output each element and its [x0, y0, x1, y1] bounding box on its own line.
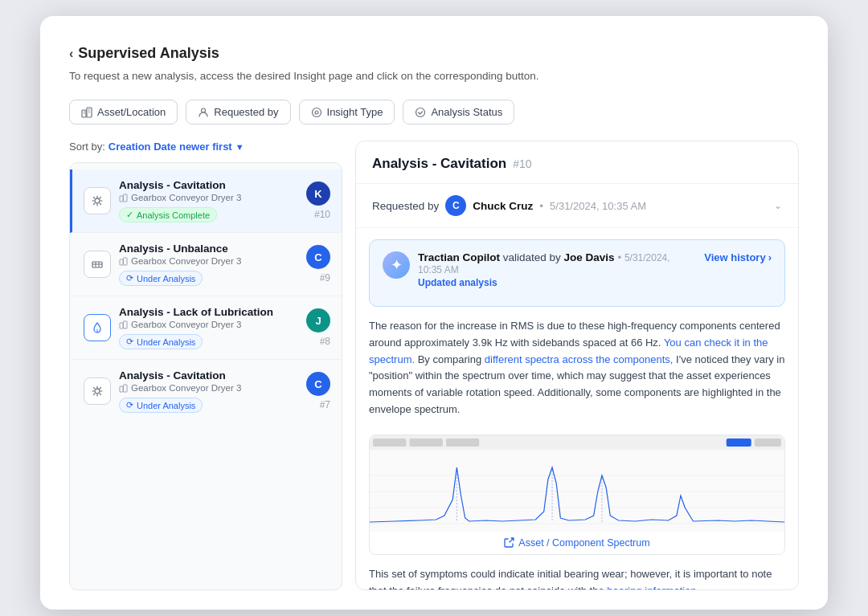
detail-header: Analysis - Cavitation #10 — [356, 141, 798, 184]
sort-by[interactable]: Creation Date newer first — [108, 141, 232, 153]
requested-by-bar: Requested by C Chuck Cruz • 5/31/2024, 1… — [356, 184, 798, 228]
external-link-icon — [504, 537, 514, 548]
item-content: Analysis - Cavitation Gearbox Conveyor D… — [119, 179, 298, 222]
copilot-icon: ✦ — [383, 251, 410, 279]
item-icon-lubrication — [84, 314, 111, 341]
bottom-text: This set of symptoms could indicate init… — [356, 563, 798, 589]
badge-under-analysis: ⟳ Under Analysis — [119, 271, 203, 286]
item-location: Gearbox Conveyor Dryer 3 — [119, 193, 298, 202]
svg-rect-30 — [446, 439, 479, 447]
bearing-info-link[interactable]: bearing information — [607, 585, 696, 589]
item-number: #8 — [320, 336, 330, 347]
copilot-name-line: Tractian Copilot validated by Joe Davis … — [418, 251, 696, 275]
svg-rect-32 — [755, 439, 781, 447]
filter-asset-location[interactable]: Asset/Location — [69, 100, 178, 124]
svg-point-7 — [202, 108, 206, 112]
request-date: 5/31/2024, 10:35 AM — [550, 200, 646, 212]
item-content: Analysis - Cavitation Gearbox Conveyor D… — [119, 369, 298, 413]
svg-rect-24 — [120, 386, 123, 392]
copilot-header: ✦ Tractian Copilot validated by Joe Davi… — [383, 251, 772, 288]
filter-bar: Asset/Location Requested by Insight Type… — [69, 100, 799, 124]
copilot-name: Tractian Copilot — [418, 251, 500, 263]
main-layout: Sort by: Creation Date newer first ▼ — [69, 141, 799, 590]
spectrum-svg — [370, 435, 784, 532]
svg-rect-13 — [124, 194, 128, 202]
svg-point-8 — [312, 108, 321, 116]
copilot-meta: Tractian Copilot validated by Joe Davis … — [418, 251, 696, 288]
left-panel: Sort by: Creation Date newer first ▼ — [69, 141, 342, 590]
filter-insight-type[interactable]: Insight Type — [299, 100, 395, 124]
requester-name: Chuck Cruz — [473, 200, 533, 212]
arrow-right-icon: › — [768, 251, 772, 263]
back-arrow-icon: ‹ — [69, 47, 73, 61]
page-subtitle: To request a new analysis, access the de… — [69, 70, 799, 82]
item-title: Analysis - Cavitation — [119, 369, 298, 381]
list-item[interactable]: Analysis - Lack of Lubrication Gearbox C… — [70, 296, 342, 360]
item-location: Gearbox Conveyor Dryer 3 — [119, 256, 298, 266]
back-button[interactable]: ‹ Supervised Analysis — [69, 45, 799, 62]
filter-analysis-status[interactable]: Analysis Status — [403, 100, 514, 124]
validator-name: Joe Davis — [564, 251, 615, 263]
badge-complete: ✓ Analysis Complete — [119, 207, 217, 222]
svg-rect-31 — [727, 439, 751, 447]
location-icon — [119, 194, 128, 202]
svg-point-10 — [416, 108, 425, 116]
list-item[interactable]: Analysis - Cavitation Gearbox Conveyor D… — [70, 169, 342, 233]
location-icon — [119, 257, 128, 266]
detail-title: Analysis - Cavitation — [372, 156, 506, 172]
svg-point-11 — [95, 198, 100, 203]
detail-number: #10 — [513, 157, 531, 170]
svg-rect-12 — [120, 196, 123, 202]
item-title: Analysis - Cavitation — [119, 179, 298, 191]
spectrum-chart — [370, 435, 784, 532]
avatar: C — [306, 245, 330, 269]
sync-icon: ⟳ — [126, 337, 133, 347]
location-icon — [119, 320, 128, 329]
insight-icon — [311, 107, 322, 118]
asset-icon — [81, 107, 92, 118]
svg-point-23 — [95, 389, 100, 394]
spectra-link[interactable]: different spectra across the components, — [485, 353, 674, 365]
filter-asset-label: Asset/Location — [97, 106, 166, 118]
svg-point-9 — [315, 111, 318, 114]
detail-body: Requested by C Chuck Cruz • 5/31/2024, 1… — [356, 184, 798, 589]
svg-rect-19 — [124, 258, 128, 265]
list-item[interactable]: Analysis - Cavitation Gearbox Conveyor D… — [70, 360, 342, 422]
sort-label: Sort by: — [69, 141, 105, 153]
updated-tag: Updated analysis — [418, 277, 696, 288]
sort-bar: Sort by: Creation Date newer first ▼ — [69, 141, 342, 153]
item-number: #9 — [320, 272, 330, 284]
item-location: Gearbox Conveyor Dryer 3 — [119, 383, 298, 393]
requester-avatar: C — [445, 195, 466, 216]
svg-rect-22 — [124, 321, 128, 328]
spectrum-chart-container: Asset / Component Spectrum — [369, 434, 785, 555]
item-location: Gearbox Conveyor Dryer 3 — [119, 320, 298, 329]
item-content: Analysis - Unbalance Gearbox Conveyor Dr… — [119, 243, 298, 286]
item-icon-cavitation-2 — [84, 377, 111, 405]
avatar: J — [306, 308, 330, 332]
item-icon-cavitation-1 — [84, 187, 111, 214]
sort-chevron-icon: ▼ — [235, 142, 244, 152]
person-icon — [198, 107, 209, 118]
spectrum-asset-link[interactable]: Asset / Component Spectrum — [370, 532, 784, 554]
sync-icon: ⟳ — [126, 400, 133, 410]
main-window: ‹ Supervised Analysis To request a new a… — [40, 16, 828, 610]
svg-rect-28 — [373, 439, 406, 447]
detail-panel: Analysis - Cavitation #10 Requested by C… — [355, 141, 799, 590]
filter-insight-label: Insight Type — [327, 106, 383, 118]
badge-under-analysis: ⟳ Under Analysis — [119, 398, 203, 413]
view-history-button[interactable]: View history › — [704, 251, 772, 263]
filter-requested-by[interactable]: Requested by — [186, 100, 290, 124]
req-label: Requested by — [372, 200, 439, 212]
filter-requested-label: Requested by — [214, 106, 278, 118]
analysis-list: Analysis - Cavitation Gearbox Conveyor D… — [69, 162, 342, 590]
expand-chevron-icon[interactable]: ⌄ — [774, 200, 782, 211]
avatar: K — [306, 182, 330, 206]
item-number: #10 — [314, 209, 330, 220]
svg-rect-29 — [410, 439, 443, 447]
check-icon: ✓ — [126, 210, 133, 220]
item-title: Analysis - Unbalance — [119, 243, 298, 255]
list-item[interactable]: Analysis - Unbalance Gearbox Conveyor Dr… — [70, 233, 342, 296]
item-icon-unbalance — [84, 251, 111, 278]
req-left: Requested by C Chuck Cruz • 5/31/2024, 1… — [372, 195, 646, 216]
